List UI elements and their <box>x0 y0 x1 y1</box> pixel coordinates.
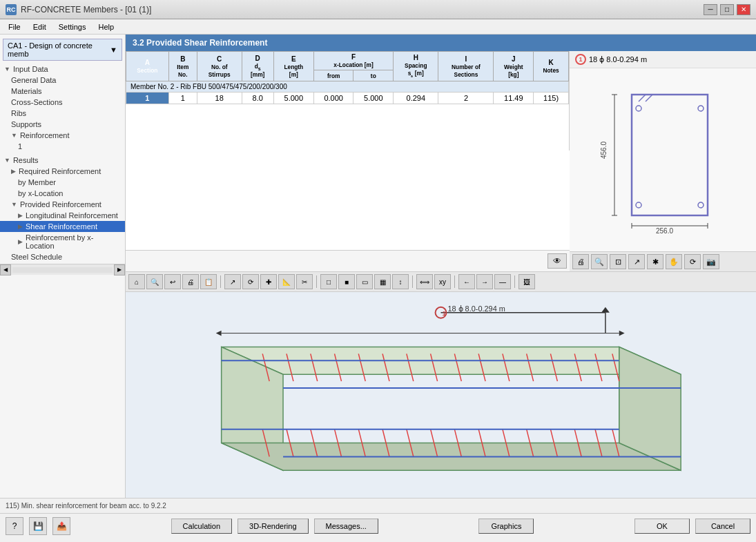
cs-label-bar: 1 18 ϕ 8.0-0.294 m <box>570 51 756 68</box>
tree-item-label: Ribs <box>11 109 26 117</box>
minimize-button[interactable]: ─ <box>704 4 717 15</box>
tree-steel-schedule[interactable]: Steel Schedule <box>0 251 125 262</box>
tree-item-label: Longitudinal Reinforcement <box>26 211 118 220</box>
3d-view-canvas: 1 18 ϕ 8.0-0.294 m <box>126 292 756 498</box>
vt-cut[interactable]: ✂ <box>296 274 313 289</box>
col-header-e: ELength[m] <box>273 52 313 81</box>
table-row: 1 1 18 8.0 5.000 0.000 5.000 0.294 2 11.… <box>126 93 569 104</box>
tree-required-reinf[interactable]: ▶ Required Reinforcement <box>0 166 125 177</box>
vt-select[interactable]: ↗ <box>224 274 241 289</box>
menu-help[interactable]: Help <box>93 21 119 32</box>
tree-reinforcement[interactable]: ▼ Reinforcement <box>0 130 125 141</box>
svg-point-5 <box>636 202 641 208</box>
vt-dash[interactable]: — <box>494 274 511 289</box>
tree-supports[interactable]: Supports <box>0 119 125 130</box>
close-button[interactable]: ✕ <box>737 4 750 15</box>
footer-save-btn[interactable]: 💾 <box>29 517 47 535</box>
dropdown-chevron: ▼ <box>110 46 117 54</box>
tree-reinf-by-x[interactable]: ▶ Reinforcement by x-Location <box>0 232 125 251</box>
tree-materials[interactable]: Materials <box>0 86 125 97</box>
maximize-button[interactable]: □ <box>720 4 734 15</box>
vt-rotate[interactable]: ⟳ <box>242 274 259 289</box>
view-toolbar: ⌂ 🔍 ↩ 🖨 📋 ↗ ⟳ ✚ 📐 ✂ □ ■ ▭ ▦ ↕ ⟺ xy <box>126 272 756 292</box>
svg-line-2 <box>646 95 652 101</box>
title-bar-text: RF-CONCRETE Members - [01 (1)] <box>21 5 151 14</box>
vt-arrow-r[interactable]: → <box>476 274 493 289</box>
col-header-g-to: to <box>353 70 394 81</box>
cs-print-btn[interactable]: 🖨 <box>572 254 589 269</box>
vt-filled-rect[interactable]: ■ <box>338 274 355 289</box>
vt-rect2[interactable]: ▭ <box>356 274 373 289</box>
vt-home[interactable]: ⌂ <box>128 274 145 289</box>
menu-edit[interactable]: Edit <box>28 21 52 32</box>
vt-measure[interactable]: 📐 <box>278 274 295 289</box>
cs-zoom-fit-btn[interactable]: ⊡ <box>610 254 626 269</box>
vt-rect[interactable]: □ <box>320 274 337 289</box>
vt-height[interactable]: ↕ <box>392 274 409 289</box>
cs-rotate-btn[interactable]: ⟳ <box>684 254 701 269</box>
ok-button[interactable]: OK <box>634 519 690 534</box>
tree-item-label: General Data <box>11 76 56 84</box>
rendering-button[interactable]: 3D-Rendering <box>238 519 308 534</box>
tree-by-member[interactable]: by Member <box>0 177 125 188</box>
cancel-button[interactable]: Cancel <box>695 519 750 534</box>
tree-item-label: Cross-Sections <box>11 98 63 106</box>
tree-ribs[interactable]: Ribs <box>0 108 125 119</box>
vt-magnify[interactable]: 🔍 <box>146 274 163 289</box>
cs-export-btn[interactable]: 📷 <box>703 254 719 269</box>
graphics-button[interactable]: Graphics <box>478 519 534 534</box>
case-dropdown[interactable]: CA1 - Design of concrete memb ▼ <box>3 39 122 61</box>
messages-button[interactable]: Messages... <box>314 519 378 534</box>
eye-button[interactable]: 👁 <box>547 253 567 269</box>
scroll-left[interactable]: ◀ <box>0 264 11 275</box>
svg-point-4 <box>698 106 704 111</box>
vt-grid[interactable]: ▦ <box>374 274 391 289</box>
cs-cursor-btn[interactable]: ✱ <box>647 254 663 269</box>
app-icon: RC <box>6 4 17 15</box>
menu-file[interactable]: File <box>3 21 26 32</box>
svg-text:1: 1 <box>442 309 446 317</box>
title-bar: RC RF-CONCRETE Members - [01 (1)] ─ □ ✕ <box>0 0 756 19</box>
vt-copy[interactable]: 📋 <box>200 274 217 289</box>
menu-settings[interactable]: Settings <box>53 21 92 32</box>
vt-print[interactable]: 🖨 <box>182 274 199 289</box>
tree-results[interactable]: ▼ Results <box>0 155 125 166</box>
tree-shear-reinf[interactable]: ▶ Shear Reinforcement <box>0 221 125 232</box>
tree-input-data[interactable]: ▼ Input Data <box>0 64 125 75</box>
scroll-right[interactable]: ▶ <box>114 264 125 275</box>
cell-item: 1 <box>168 93 197 104</box>
col-header-h: HSpacingsₐ [m] <box>394 52 438 81</box>
tree-long-reinf[interactable]: ▶ Longitudinal Reinforcement <box>0 210 125 221</box>
tree-item-label: 1 <box>18 142 22 151</box>
tree-cross-sections[interactable]: Cross-Sections <box>0 97 125 108</box>
footer-export-btn[interactable]: 📤 <box>52 517 70 535</box>
cs-select-btn[interactable]: ↗ <box>628 254 645 269</box>
tree-general-data[interactable]: General Data <box>0 75 125 86</box>
footer-help-btn[interactable]: ? <box>6 517 23 535</box>
tree-reinf-1[interactable]: 1 <box>0 141 125 152</box>
calculation-button[interactable]: Calculation <box>171 519 232 534</box>
tree-item-label: Provided Reinforcement <box>20 200 101 209</box>
cs-reinforcement-label: 18 ϕ 8.0-0.294 m <box>589 55 647 64</box>
cell-x-from: 0.000 <box>313 93 353 104</box>
tree-by-x-location[interactable]: by x-Location <box>0 188 125 199</box>
svg-point-6 <box>698 202 704 208</box>
vt-image[interactable]: 🖼 <box>518 274 535 289</box>
cell-notes: 115) <box>534 93 569 104</box>
cs-pan-btn[interactable]: ✋ <box>666 254 682 269</box>
cell-weight: 11.49 <box>494 93 534 104</box>
vt-arrow-l[interactable]: ← <box>458 274 475 289</box>
vt-dim[interactable]: ⟺ <box>416 274 433 289</box>
member-row-label: Member No. 2 - Rib FBU 500/475/475/200/2… <box>126 81 569 93</box>
cs-toolbar: 🖨 🔍 ⊡ ↗ ✱ ✋ ⟳ 📷 <box>570 251 756 271</box>
vt-xy[interactable]: xy <box>434 274 451 289</box>
cs-zoom-in-btn[interactable]: 🔍 <box>591 254 608 269</box>
vt-zoom-out[interactable]: ↩ <box>164 274 181 289</box>
member-row: Member No. 2 - Rib FBU 500/475/475/200/2… <box>126 81 569 93</box>
cs-circle-num: 1 <box>575 54 586 65</box>
tree-item-label: Materials <box>11 87 42 95</box>
vt-move[interactable]: ✚ <box>260 274 277 289</box>
col-header-a: ASection <box>126 52 169 81</box>
cell-stirrups: 18 <box>197 93 242 104</box>
tree-provided-reinf[interactable]: ▼ Provided Reinforcement <box>0 199 125 210</box>
